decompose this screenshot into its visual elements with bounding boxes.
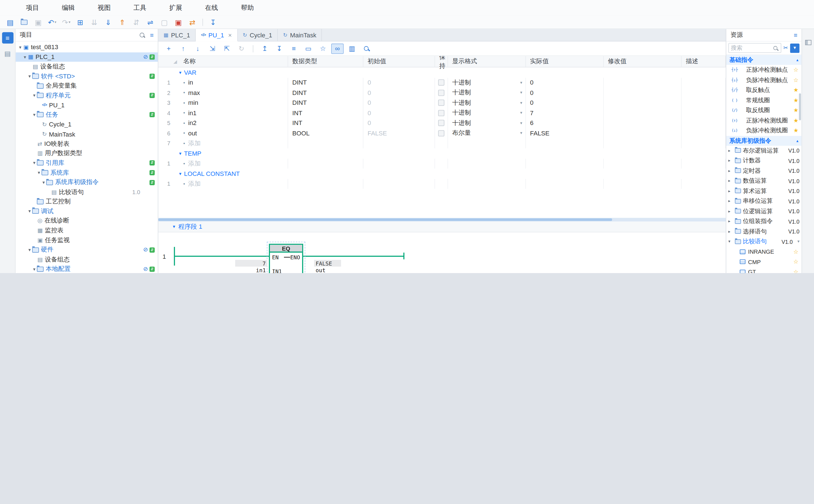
display-format-select[interactable]: 十进制▾	[448, 78, 526, 88]
variable-name[interactable]: in	[188, 79, 193, 86]
tree-item[interactable]: ▾任务⇵	[15, 110, 158, 120]
tree-item[interactable]: 工艺控制	[15, 197, 158, 206]
instruction-item[interactable]: ┤/├取反触点★	[726, 85, 802, 95]
variable-row[interactable]: 4•in1INT0十进制▾7	[158, 108, 726, 118]
project-explorer-button[interactable]: ≡	[2, 32, 13, 44]
download-to-device-button[interactable]: ↧	[206, 16, 220, 28]
variable-row[interactable]: 5•in2INT0十进制▾6	[158, 118, 726, 128]
expand-icon[interactable]: ▸	[728, 179, 733, 183]
collapse-group-icon[interactable]: ▾	[179, 151, 181, 156]
library-folder[interactable]: ▸定时器V1.0	[726, 166, 802, 176]
tree-item[interactable]: ▾系统库⇵	[15, 168, 158, 178]
undo-button[interactable]: ↶▾	[45, 16, 59, 28]
device-library-button[interactable]: ▤	[2, 48, 13, 59]
collapse-group-icon[interactable]: ▾	[179, 171, 181, 176]
variable-row[interactable]: 1•inDINT0十进制▾0	[158, 78, 726, 88]
expand-icon[interactable]: ▾	[41, 180, 46, 185]
tree-item[interactable]: ⇄IO映射表	[15, 139, 158, 149]
function-block-eq[interactable]: EQ EN ENO IN1 IN2 +	[269, 244, 303, 273]
variable-group-row[interactable]: ▾TEMP	[158, 148, 726, 158]
expand-icon[interactable]: ▸	[728, 148, 733, 153]
instruction-item[interactable]: (↑)正脉冲检测线圈★	[726, 115, 802, 126]
editor-tab[interactable]: ▦PLC_1	[158, 29, 196, 41]
description[interactable]	[682, 88, 726, 98]
variable-group-row[interactable]: ▾VAR	[158, 67, 726, 78]
modify-value[interactable]	[604, 128, 682, 138]
expand-icon[interactable]: ▾	[22, 55, 27, 60]
description[interactable]	[682, 98, 726, 108]
tree-item[interactable]: ▾引用库⇵	[15, 158, 158, 168]
insert-network-below-button[interactable]: ↧	[273, 43, 285, 54]
description[interactable]	[682, 118, 726, 128]
move-down-button[interactable]: ↓	[191, 43, 204, 54]
variable-type[interactable]: DINT	[288, 98, 364, 108]
instruction-item[interactable]: ( )常规线圈★	[726, 95, 802, 105]
insert-network-above-button[interactable]: ↥	[259, 43, 271, 54]
modify-value[interactable]	[604, 78, 682, 88]
comment-button[interactable]: ▭	[302, 43, 315, 54]
filter-button[interactable]: ▼	[790, 43, 799, 53]
compile-button[interactable]: ⇊	[87, 16, 101, 28]
instruction-item[interactable]: CMP☆	[726, 257, 802, 267]
expand-icon[interactable]: ▾	[27, 247, 32, 252]
retain-checkbox[interactable]	[438, 110, 444, 116]
redo-button[interactable]: ↷▾	[59, 16, 73, 28]
variable-type[interactable]: BOOL	[288, 128, 364, 138]
tree-item[interactable]: ▤设备组态	[15, 62, 158, 71]
run-button[interactable]: ▣	[171, 16, 185, 28]
modify-value[interactable]	[604, 98, 682, 108]
library-folder[interactable]: ▸算术运算V1.0	[726, 186, 802, 196]
tree-item[interactable]: ▾▦PLC_1⊘⇵	[15, 52, 158, 62]
tree-item[interactable]: 全局变量集	[15, 81, 158, 91]
initial-value[interactable]: 0	[363, 88, 435, 98]
variable-type[interactable]: DINT	[288, 88, 364, 98]
retain-checkbox[interactable]	[438, 90, 444, 96]
variable-row[interactable]: 2•maxDINT0十进制▾0	[158, 88, 726, 98]
initial-value[interactable]: FALSE	[363, 128, 435, 138]
new-file-button[interactable]: ▤	[3, 16, 17, 28]
tree-item[interactable]: ▾本地配置⊘⇵	[15, 264, 158, 273]
retain-checkbox[interactable]	[438, 100, 444, 106]
retain-checkbox[interactable]	[438, 80, 444, 86]
library-folder[interactable]: ▸数值运算V1.0	[726, 176, 802, 186]
library-config-button[interactable]: ⊞	[73, 16, 87, 28]
library-folder[interactable]: ▸布尔逻辑运算V1.0	[726, 146, 802, 156]
favorite-star-icon[interactable]: ★	[793, 128, 798, 133]
favorite-star-icon[interactable]: ★	[793, 97, 798, 103]
collapse-network-icon[interactable]: ▾	[173, 224, 175, 229]
monitor-button[interactable]: ∞	[331, 43, 344, 54]
import-button[interactable]: ⇲	[206, 43, 219, 54]
search-button[interactable]	[360, 43, 373, 54]
add-variable-label[interactable]: 添加	[188, 179, 200, 188]
variable-row[interactable]: 7•添加	[158, 138, 726, 148]
tree-item[interactable]: ▤设备组态	[15, 255, 158, 264]
download-button[interactable]: ⇓	[101, 16, 115, 28]
library-folder[interactable]: ▸计数器V1.0	[726, 156, 802, 166]
expand-icon[interactable]: ▾	[18, 45, 23, 50]
variable-row[interactable]: 3•minDINT0十进制▾0	[158, 98, 726, 108]
library-folder[interactable]: ▾比较语句V1.0▾	[726, 237, 802, 247]
expand-icon[interactable]: ▾	[36, 170, 41, 175]
view-options-icon[interactable]: ≡	[150, 31, 154, 39]
ladder-canvas[interactable]: 1 EQ EN ENO IN1 IN2 + 7 in1	[158, 232, 726, 273]
tree-item[interactable]: ▾系统库初级指令⇵	[15, 178, 158, 187]
variable-row[interactable]: 1•添加	[158, 179, 726, 189]
display-format-select[interactable]: 十进制▾	[448, 108, 526, 118]
menu-item[interactable]: 项目	[15, 3, 50, 12]
open-project-button[interactable]	[17, 16, 31, 28]
library-folder[interactable]: ▸位组装指令V1.0	[726, 216, 802, 226]
save-button[interactable]: ▣	[31, 16, 45, 28]
move-up-button[interactable]: ↑	[177, 43, 189, 54]
display-format-select[interactable]: 十进制▾	[448, 88, 526, 98]
list-view-button[interactable]: ≡	[288, 43, 300, 54]
scissors-icon[interactable]: ✂	[783, 45, 788, 51]
variable-row[interactable]: 6•outBOOLFALSE布尔量▾FALSE	[158, 128, 726, 138]
sync-button[interactable]: ⇄	[185, 16, 199, 28]
display-format-select[interactable]: 十进制▾	[448, 118, 526, 128]
tree-item[interactable]: ▦监控表	[15, 226, 158, 235]
add-variable-label[interactable]: 添加	[188, 159, 200, 168]
description[interactable]	[682, 128, 726, 138]
variable-type[interactable]: DINT	[288, 78, 364, 88]
expand-icon[interactable]: ▾	[32, 93, 37, 98]
section-header[interactable]: 系统库初级指令▴	[726, 136, 802, 146]
